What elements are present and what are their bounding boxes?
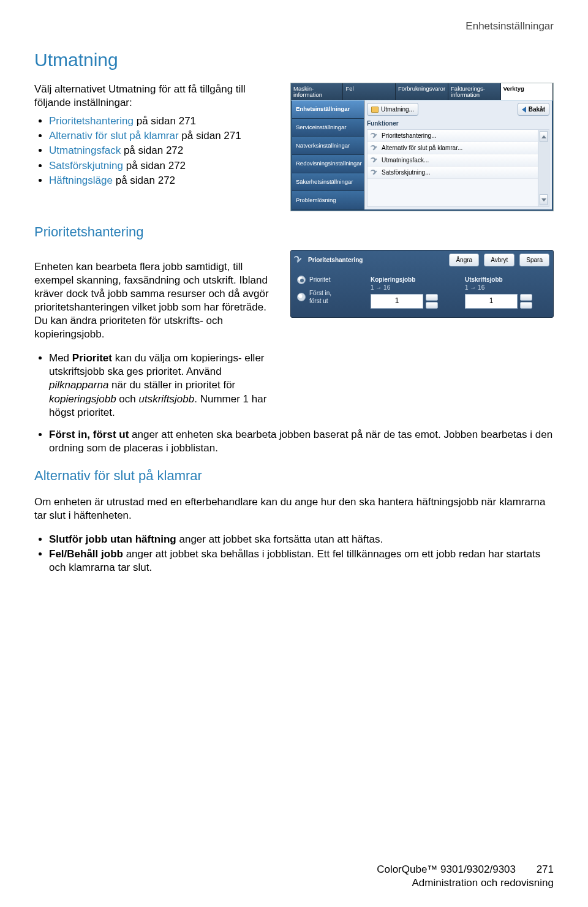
- cancel-button[interactable]: Avbryt: [484, 254, 514, 266]
- stepper-down-button[interactable]: [520, 302, 532, 309]
- wrench-icon: [295, 255, 303, 264]
- wrench-icon: [371, 169, 379, 176]
- function-item[interactable]: Prioritetshantering...: [368, 130, 538, 142]
- sidebar-item[interactable]: Nätverksinställningar: [292, 137, 364, 155]
- wrench-icon: [371, 132, 379, 140]
- radio-option[interactable]: Först in,först ut: [297, 289, 363, 305]
- section-label: Funktioner: [367, 119, 549, 127]
- bullet-item: Först in, först ut anger att enheten ska…: [49, 428, 554, 455]
- stepper-up-button[interactable]: [520, 294, 532, 301]
- stepper-value: 1: [371, 294, 423, 309]
- scroll-down-button[interactable]: [540, 194, 548, 205]
- back-button[interactable]: Bakåt: [518, 103, 549, 116]
- group-range: 1 → 16: [465, 284, 547, 292]
- radio-option[interactable]: Prioritet: [297, 276, 363, 284]
- figure-prioritetshantering-dialog: Prioritetshantering Ångra Avbryt Spara P…: [290, 250, 554, 318]
- footer-product: ColorQube™ 9301/9302/9303: [377, 863, 516, 876]
- stepper-value: 1: [465, 294, 518, 309]
- intro-list-item: Häftningsläge på sidan 272: [49, 174, 278, 187]
- number-stepper[interactable]: 1: [371, 294, 438, 309]
- intro-list-link[interactable]: Satsförskjutning: [49, 160, 123, 171]
- wrench-icon: [371, 145, 379, 152]
- intro-list-link[interactable]: Alternativ för slut på klamrar: [49, 130, 179, 141]
- section-title-prioritetshantering: Prioritetshantering: [34, 224, 554, 241]
- intro-list-item: Satsförskjutning på sidan 272: [49, 159, 278, 173]
- spinner-groups: Kopieringsjobb1 → 161Utskriftsjobb1 → 16…: [371, 276, 547, 309]
- bullet-item: Fel/Behåll jobb anger att jobbet ska beh…: [49, 548, 554, 574]
- stepper-up-button[interactable]: [426, 294, 438, 301]
- spinner-group: Kopieringsjobb1 → 161: [371, 276, 453, 309]
- prioritetshantering-bullet-list-wide: Först in, först ut anger att enheten ska…: [34, 428, 554, 455]
- spinner-group: Utskriftsjobb1 → 161: [465, 276, 547, 309]
- intro-list-item: Alternativ för slut på klamrar på sidan …: [49, 129, 278, 143]
- page-header: Enhetsinställningar: [34, 20, 554, 33]
- bullet-item: Med Prioritet kan du välja om kopierings…: [49, 352, 278, 419]
- prioritetshantering-bullet-list-short: Med Prioritet kan du välja om kopierings…: [34, 352, 278, 419]
- sidebar: EnhetsinställningarServiceinställningarN…: [292, 100, 364, 209]
- intro-list-item: Prioritetshantering på sidan 271: [49, 115, 278, 128]
- tab-f-rbrukningsvaror[interactable]: Förbrukningsvaror: [396, 83, 448, 100]
- back-arrow-icon: [522, 107, 526, 113]
- save-button[interactable]: Spara: [519, 254, 549, 266]
- tab-fakturerings-information[interactable]: Fakturerings-information: [448, 83, 500, 100]
- folder-icon: [371, 107, 379, 113]
- intro-list-link[interactable]: Häftningsläge: [49, 175, 113, 186]
- intro-list-link[interactable]: Prioritetshantering: [49, 115, 134, 127]
- group-range: 1 → 16: [371, 284, 453, 292]
- alternativ-bullet-list: Slutför jobb utan häftning anger att job…: [34, 533, 554, 574]
- radio-icon: [297, 276, 306, 284]
- bullet-item: Slutför jobb utan häftning anger att job…: [49, 533, 554, 546]
- tab-fel[interactable]: Fel: [343, 83, 395, 100]
- alternativ-paragraph: Om enheten är utrustad med en efterbehan…: [34, 495, 554, 522]
- radio-icon: [297, 293, 306, 301]
- footer-page-number: 271: [529, 863, 554, 876]
- back-label: Bakåt: [529, 105, 545, 113]
- group-label: Utskriftsjobb: [465, 276, 547, 284]
- sidebar-item[interactable]: Enhetsinställningar: [292, 100, 364, 119]
- folder-button[interactable]: Utmatning...: [367, 103, 418, 116]
- footer-line2: Administration och redovisning: [377, 876, 554, 890]
- sidebar-item[interactable]: Säkerhetsinställningar: [292, 173, 364, 192]
- intro-text: Välj alternativet Utmatning för att få t…: [34, 83, 278, 110]
- tab-maskin-information[interactable]: Maskin-information: [291, 83, 343, 100]
- folder-label: Utmatning...: [381, 105, 414, 113]
- undo-button[interactable]: Ångra: [449, 254, 479, 266]
- page-title: Utmatning: [34, 48, 554, 72]
- group-label: Kopieringsjobb: [371, 276, 453, 284]
- function-item[interactable]: Alternativ för slut på klamrar...: [368, 142, 538, 154]
- sidebar-item[interactable]: Serviceinställningar: [292, 119, 364, 137]
- function-item[interactable]: Utmatningsfack...: [368, 154, 538, 167]
- radio-group: PrioritetFörst in,först ut: [297, 276, 363, 309]
- section-title-alternativ: Alternativ för slut på klamrar: [34, 467, 554, 485]
- page-footer: ColorQube™ 9301/9302/9303 271 Administra…: [377, 863, 554, 890]
- function-item[interactable]: Satsförskjutning...: [368, 167, 538, 179]
- figure-utmatning-panel: Maskin-informationFelFörbrukningsvarorFa…: [290, 83, 554, 211]
- wrench-icon: [371, 157, 379, 164]
- chevron-down-icon: [541, 198, 546, 201]
- scrollbar[interactable]: [538, 130, 549, 206]
- sidebar-item[interactable]: Problemlösning: [292, 191, 364, 209]
- tabs-row: Maskin-informationFelFörbrukningsvarorFa…: [291, 83, 553, 100]
- chevron-up-icon: [541, 135, 546, 138]
- sidebar-item[interactable]: Redovisningsinställningar: [292, 155, 364, 173]
- dialog-title: Prioritetshantering: [308, 256, 363, 264]
- tab-verktyg[interactable]: Verktyg: [501, 83, 553, 100]
- number-stepper[interactable]: 1: [465, 294, 532, 309]
- scroll-up-button[interactable]: [540, 131, 548, 142]
- stepper-down-button[interactable]: [426, 302, 438, 309]
- intro-list-item: Utmatningsfack på sidan 272: [49, 144, 278, 157]
- intro-list: Prioritetshantering på sidan 271Alternat…: [34, 115, 278, 187]
- prioritetshantering-paragraph: Enheten kan bearbeta flera jobb samtidig…: [34, 260, 278, 342]
- intro-list-link[interactable]: Utmatningsfack: [49, 145, 121, 156]
- function-list: Prioritetshantering...Alternativ för slu…: [368, 130, 538, 206]
